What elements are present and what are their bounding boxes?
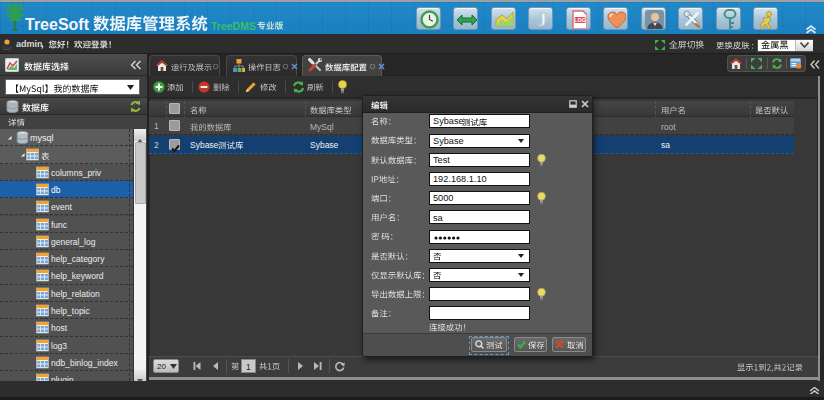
svg-text:J: J [537, 10, 547, 30]
svg-text:LOG: LOG [574, 17, 586, 23]
